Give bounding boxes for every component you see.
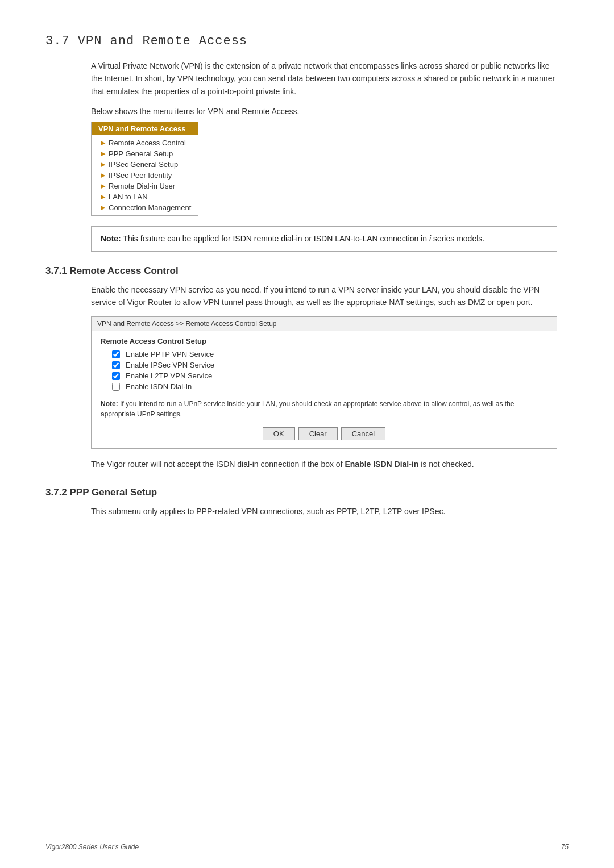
- menu-box-header: VPN and Remote Access: [92, 122, 198, 135]
- setup-panel: VPN and Remote Access >> Remote Access C…: [91, 316, 557, 449]
- menu-item: ▶Remote Access Control: [92, 137, 198, 148]
- checkbox-label: Enable L2TP VPN Service: [126, 372, 212, 380]
- footer-left: Vigor2800 Series User's Guide: [45, 843, 139, 851]
- setup-note-text: If you intend to run a UPnP service insi…: [101, 400, 515, 418]
- menu-item: ▶Connection Management: [92, 202, 198, 213]
- checkbox-label: Enable PPTP VPN Service: [126, 350, 214, 358]
- checkbox-input[interactable]: [112, 350, 120, 358]
- menu-box-items: ▶Remote Access Control▶PPP General Setup…: [92, 135, 198, 215]
- section-371: 3.7.1 Remote Access Control Enable the n…: [45, 265, 569, 471]
- section-371-after: The Vigor router will not accept the ISD…: [91, 458, 557, 470]
- vpn-menu-box: VPN and Remote Access ▶Remote Access Con…: [91, 122, 198, 216]
- arrow-icon: ▶: [101, 204, 105, 211]
- menu-item: ▶Remote Dial-in User: [92, 181, 198, 191]
- section-372-intro: This submenu only applies to PPP-related…: [91, 505, 557, 518]
- menu-item: ▶PPP General Setup: [92, 148, 198, 159]
- checkbox-label: Enable IPSec VPN Service: [126, 361, 214, 369]
- setup-panel-body: Remote Access Control Setup Enable PPTP …: [92, 331, 557, 448]
- checkbox-row: Enable IPSec VPN Service: [112, 361, 547, 369]
- menu-item-label: PPP General Setup: [109, 149, 173, 158]
- setup-panel-nav: VPN and Remote Access >> Remote Access C…: [92, 317, 557, 331]
- arrow-icon: ▶: [101, 193, 105, 201]
- menu-item-label: Remote Access Control: [109, 139, 186, 147]
- menu-item-label: Remote Dial-in User: [109, 182, 175, 190]
- section-372: 3.7.2 PPP General Setup This submenu onl…: [45, 487, 569, 518]
- checkbox-row: Enable ISDN Dial-In: [112, 382, 547, 391]
- menu-item: ▶IPSec Peer Identity: [92, 170, 198, 181]
- menu-item-label: Connection Management: [109, 203, 191, 212]
- menu-item: ▶IPSec General Setup: [92, 159, 198, 170]
- setup-note: Note: If you intend to run a UPnP servic…: [101, 399, 521, 419]
- arrow-icon: ▶: [101, 161, 105, 168]
- checkbox-input[interactable]: [112, 383, 120, 391]
- intro-paragraph: A Virtual Private Network (VPN) is the e…: [91, 60, 557, 98]
- cancel-button[interactable]: Cancel: [341, 427, 385, 440]
- after-bold: Enable ISDN Dial-in: [345, 460, 418, 469]
- button-row: OKClearCancel: [101, 427, 547, 440]
- below-text: Below shows the menu items for VPN and R…: [91, 107, 569, 116]
- arrow-icon: ▶: [101, 150, 105, 157]
- checkbox-container: Enable PPTP VPN ServiceEnable IPSec VPN …: [101, 350, 547, 391]
- ok-button[interactable]: OK: [263, 427, 295, 440]
- arrow-icon: ▶: [101, 182, 105, 190]
- checkbox-row: Enable PPTP VPN Service: [112, 350, 547, 358]
- section-371-intro: Enable the necessary VPN service as you …: [91, 283, 557, 309]
- after-text-1: The Vigor router will not accept the ISD…: [91, 460, 345, 469]
- checkbox-input[interactable]: [112, 372, 120, 380]
- checkbox-label: Enable ISDN Dial-In: [126, 382, 192, 391]
- arrow-icon: ▶: [101, 139, 105, 147]
- setup-note-label: Note:: [101, 400, 118, 408]
- section-372-heading: 3.7.2 PPP General Setup: [45, 487, 569, 498]
- footer-right: 75: [561, 843, 569, 851]
- menu-item-label: LAN to LAN: [109, 193, 148, 201]
- footer: Vigor2800 Series User's Guide 75: [45, 843, 569, 851]
- checkbox-input[interactable]: [112, 361, 120, 369]
- menu-item-label: IPSec Peer Identity: [109, 171, 172, 180]
- note-text: This feature can be applied for ISDN rem…: [123, 234, 429, 243]
- page-title: 3.7 VPN and Remote Access: [45, 34, 569, 48]
- checkbox-row: Enable L2TP VPN Service: [112, 372, 547, 380]
- note-text2: series models.: [431, 234, 484, 243]
- note-label: Note:: [101, 234, 123, 243]
- arrow-icon: ▶: [101, 172, 105, 179]
- note-box: Note: This feature can be applied for IS…: [91, 226, 557, 251]
- menu-item-label: IPSec General Setup: [109, 160, 178, 169]
- after-text-2: is not checked.: [418, 460, 474, 469]
- menu-item: ▶LAN to LAN: [92, 191, 198, 202]
- clear-button[interactable]: Clear: [298, 427, 338, 440]
- setup-panel-sub-header: Remote Access Control Setup: [101, 337, 547, 345]
- section-371-heading: 3.7.1 Remote Access Control: [45, 265, 569, 277]
